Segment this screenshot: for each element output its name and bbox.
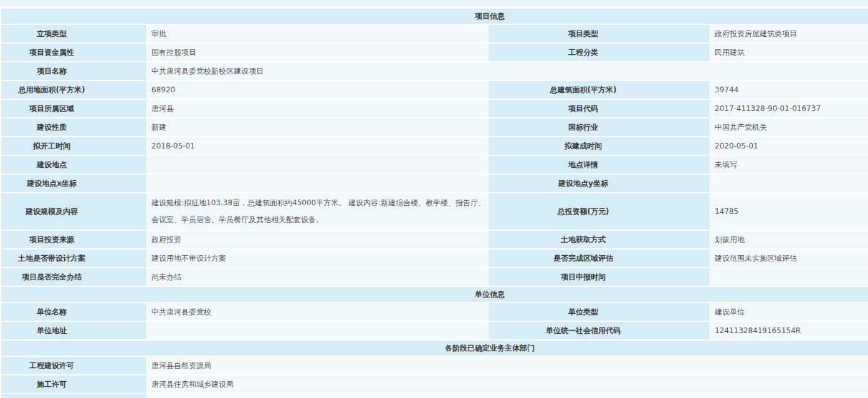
field-label: 项目类型 (488, 24, 710, 43)
field-value: 14785 (710, 193, 868, 230)
field-value: 68920 (147, 80, 488, 99)
field-label: 建设规模及内容 (1, 193, 147, 230)
table-row: 各阶段已确定业务主体部门 (1, 340, 868, 356)
field-value (147, 155, 488, 174)
field-label: 建设地点y坐标 (488, 174, 710, 193)
table-row: 项目信息 (1, 8, 868, 24)
table-row: 项目资金属性 国有控股项目 工程分类 民用建筑 (1, 43, 868, 62)
field-value: 政府投资 (147, 230, 488, 249)
field-label: 项目申报时间 (488, 268, 710, 286)
field-value: 国有控股项目 (147, 43, 488, 62)
table-row: 立项类型 审批 项目类型 政府投资房屋建筑类项目 (1, 24, 868, 43)
project-info-table: 项目信息 立项类型 审批 项目类型 政府投资房屋建筑类项目 项目资金属性 国有控… (0, 7, 868, 398)
table-row: 土地是否带设计方案 建设用地不带设计方案 是否完成区域评估 建设范围未实施区域评… (1, 249, 868, 268)
field-label: 总用地面积(平方米) (1, 80, 147, 99)
field-value: 2017-411328-90-01-016737 (710, 99, 868, 118)
table-row: 总用地面积(平方米) 68920 总建筑面积(平方米) 39744 (1, 80, 868, 99)
field-label: 单位统一社会信用代码 (488, 321, 710, 340)
table-row: 项目名称 中共唐河县委党校新校区建设项目 (1, 62, 868, 80)
table-row: 建设地点 地点详情 未填写 (1, 155, 868, 174)
field-value: 民用建筑 (710, 43, 868, 62)
field-label: 单位名称 (1, 303, 147, 321)
field-value: 政府投资房屋建筑类项目 (710, 24, 868, 43)
field-value: 建设范围未实施区域评估 (710, 249, 868, 268)
field-value: 建设单位 (710, 303, 868, 321)
field-value: 唐河县 (147, 99, 488, 118)
field-value: 划拨用地 (710, 230, 868, 249)
field-value: 39744 (710, 80, 868, 99)
field-label: 项目名称 (1, 62, 147, 80)
clipped-next-row (1, 394, 868, 398)
table-row: 工程建设许可 唐河县自然资源局 (1, 356, 868, 375)
field-label: 拟建成时间 (488, 137, 710, 155)
clipped-previous-row (0, 0, 868, 7)
field-value: 中国共产党机关 (710, 118, 868, 137)
field-label: 土地是否带设计方案 (1, 249, 147, 268)
table-row: 项目投资来源 政府投资 土地获取方式 划拨用地 (1, 230, 868, 249)
field-label: 国标行业 (488, 118, 710, 137)
section-title-project-info: 项目信息 (1, 8, 868, 24)
field-value: 中共唐河县委党校 (147, 303, 488, 321)
field-label: 工程分类 (488, 43, 710, 62)
table-row: 项目是否完全办结 尚未办结 项目申报时间 (1, 268, 868, 286)
field-label: 项目所属区域 (1, 99, 147, 118)
field-label: 土地获取方式 (488, 230, 710, 249)
field-value: 建设规模:拟征地103.38亩，总建筑面积约45000平方米。 建设内容:新建综… (147, 193, 488, 230)
field-label: 总建筑面积(平方米) (488, 80, 710, 99)
field-label: 工程建设许可 (1, 356, 147, 375)
field-value (710, 268, 868, 286)
field-label: 是否完成区域评估 (488, 249, 710, 268)
field-value: 新建 (147, 118, 488, 137)
table-row: 拟开工时间 2018-05-01 拟建成时间 2020-05-01 (1, 137, 868, 155)
field-label: 拟开工时间 (1, 137, 147, 155)
section-title-departments: 各阶段已确定业务主体部门 (1, 340, 868, 356)
field-value: 2018-05-01 (147, 137, 488, 155)
table-row: 单位名称 中共唐河县委党校 单位类型 建设单位 (1, 303, 868, 321)
table-row: 建设规模及内容 建设规模:拟征地103.38亩，总建筑面积约45000平方米。 … (1, 193, 868, 230)
field-label: 建设性质 (1, 118, 147, 137)
field-label: 施工许可 (1, 375, 147, 394)
field-value: 2020-05-01 (710, 137, 868, 155)
field-value: 唐河县自然资源局 (147, 356, 868, 375)
field-label: 项目是否完全办结 (1, 268, 147, 286)
field-value: 建设用地不带设计方案 (147, 249, 488, 268)
field-value (147, 321, 488, 340)
field-label (1, 394, 147, 398)
table-row: 项目所属区域 唐河县 项目代码 2017-411328-90-01-016737 (1, 99, 868, 118)
field-label: 单位地址 (1, 321, 147, 340)
field-value: 审批 (147, 24, 488, 43)
field-label: 项目资金属性 (1, 43, 147, 62)
field-label: 单位类型 (488, 303, 710, 321)
field-value (710, 174, 868, 193)
table-row: 建设地点x坐标 建设地点y坐标 (1, 174, 868, 193)
field-value: 12411328419165154R (710, 321, 868, 340)
field-value (147, 394, 868, 398)
field-value: 尚未办结 (147, 268, 488, 286)
field-label: 项目投资来源 (1, 230, 147, 249)
field-value: 未填写 (710, 155, 868, 174)
table-row: 建设性质 新建 国标行业 中国共产党机关 (1, 118, 868, 137)
table-row: 施工许可 唐河县住房和城乡建设局 (1, 375, 868, 394)
field-label: 建设地点 (1, 155, 147, 174)
field-label: 项目代码 (488, 99, 710, 118)
field-label: 立项类型 (1, 24, 147, 43)
table-row: 单位信息 (1, 286, 868, 303)
section-title-unit-info: 单位信息 (1, 286, 868, 303)
project-detail-page: 项目信息 立项类型 审批 项目类型 政府投资房屋建筑类项目 项目资金属性 国有控… (0, 0, 868, 398)
field-value (147, 174, 488, 193)
field-label: 总投资额(万元) (488, 193, 710, 230)
field-value: 唐河县住房和城乡建设局 (147, 375, 868, 394)
field-label: 地点详情 (488, 155, 710, 174)
field-value: 中共唐河县委党校新校区建设项目 (147, 62, 868, 80)
table-row: 单位地址 单位统一社会信用代码 12411328419165154R (1, 321, 868, 340)
field-label: 建设地点x坐标 (1, 174, 147, 193)
